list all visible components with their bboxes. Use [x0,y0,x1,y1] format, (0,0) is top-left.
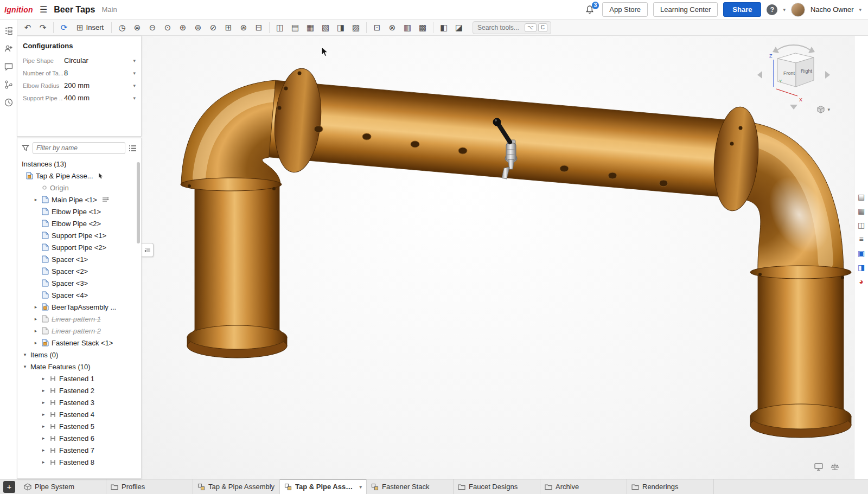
tree-item-support-pipe-1[interactable]: Support Pipe <1> [17,229,141,241]
tab-archive[interactable]: Archive [540,479,627,494]
tree-item-linear-pattern-2[interactable]: Linear pattern 2 [17,325,141,337]
configurations-icon[interactable]: ▨ [349,21,363,34]
mass-properties-icon[interactable]: ▩ [416,21,430,34]
mass-properties-scale-icon[interactable] [830,463,840,471]
tree-item-elbow-pipe-2[interactable]: Elbow Pipe <2> [17,217,141,229]
notifications-button[interactable]: 3 [585,5,595,15]
tree-item-spacer-4[interactable]: Spacer <4> [17,289,141,301]
tree-item-spacer-2[interactable]: Spacer <2> [17,265,141,277]
tree-item-spacer-3[interactable]: Spacer <3> [17,277,141,289]
learning-center-button[interactable]: Learning Center [653,2,718,17]
filter-by-name-input[interactable] [33,142,125,154]
list-options-icon[interactable] [129,145,137,152]
tree-item-fastened-6[interactable]: Fastened 6 [17,432,141,444]
3d-viewport[interactable]: Front Right Z Y X [142,36,854,479]
pipe-assembly-model[interactable] [181,67,851,438]
right-support-pipe[interactable] [750,266,851,438]
chevron-right-icon[interactable] [40,447,47,453]
update-sync-icon[interactable]: ⟳ [57,21,71,34]
tree-item-origin[interactable]: Origin [17,182,141,194]
comments-panel-icon[interactable] [4,62,14,72]
tree-item-root-assembly[interactable]: Tap & Pipe Asse... [17,170,141,182]
tree-item-fastened-2[interactable]: Fastened 2 [17,384,141,396]
tree-item-beertap-assembly[interactable]: BeerTapAssembly ... [17,301,141,313]
fastened-mate-icon[interactable]: ⊕ [176,21,190,34]
tree-item-fastened-1[interactable]: Fastened 1 [17,373,141,384]
mate-connector-icon[interactable]: ⊙ [161,21,175,34]
tree-item-fastener-stack[interactable]: Fastener Stack <1> [17,337,141,349]
chevron-right-icon[interactable] [33,316,39,322]
tree-item-linear-pattern-1[interactable]: Linear pattern 1 [17,313,141,325]
history-panel-icon[interactable] [4,98,14,107]
main-menu-icon[interactable]: ☰ [40,4,47,15]
named-views-icon[interactable]: ◷ [115,21,129,34]
structure-panel-icon[interactable] [4,26,14,36]
tab-tap-pipe-assembly-config[interactable]: Tap & Pipe Assembly C... [280,479,367,494]
mate-features-section-header[interactable]: Mate Features (10) [17,361,141,373]
chevron-down-icon[interactable] [22,352,28,357]
render-display-icon[interactable] [814,463,824,471]
tab-pipe-system[interactable]: Pipe System [20,479,106,494]
tree-item-fastened-3[interactable]: Fastened 3 [17,396,141,408]
linear-pattern-icon[interactable]: ⊞ [221,21,235,34]
named-positions-icon[interactable]: ▦ [303,21,317,34]
chevron-right-icon[interactable] [40,400,47,405]
tree-item-elbow-pipe-1[interactable]: Elbow Pipe <1> [17,206,141,217]
tab-menu-caret-icon[interactable] [359,484,362,490]
add-tab-button[interactable]: + [3,481,15,493]
chevron-right-icon[interactable] [40,388,47,393]
main-pipe[interactable] [269,80,739,197]
tab-faucet-designs[interactable]: Faucet Designs [454,479,540,494]
drawing-icon[interactable]: ◪ [452,21,466,34]
support-pipe-dropdown[interactable]: 400 mm [63,93,137,103]
search-tools-input[interactable] [476,23,523,32]
search-tools-box[interactable]: ⌥ C [473,21,551,34]
share-users-icon[interactable] [4,44,14,54]
bom-icon[interactable]: ◨ [334,21,348,34]
company-logo[interactable]: Ignition [4,5,33,14]
help-button[interactable]: ? [767,4,777,15]
workspace-name[interactable]: Main [101,5,117,14]
section-view-icon[interactable]: ⊡ [370,21,384,34]
tree-scrollbar[interactable] [137,162,140,243]
number-of-taps-dropdown[interactable]: 8 [63,68,137,78]
instances-section-header[interactable]: Instances (13) [17,158,141,170]
sheet-metal-icon[interactable]: ◧ [437,21,451,34]
chevron-right-icon[interactable] [40,376,47,381]
undo-button[interactable]: ↶ [21,21,35,34]
tree-item-support-pipe-2[interactable]: Support Pipe <2> [17,241,141,253]
tree-item-fastened-7[interactable]: Fastened 7 [17,444,141,456]
tab-renderings[interactable]: Renderings [627,479,714,494]
interference-icon[interactable]: ⊗ [385,21,399,34]
items-section-header[interactable]: Items (0) [17,349,141,361]
view-cube[interactable]: Front Right Z Y X [753,41,834,112]
view-options-menu[interactable] [816,105,830,114]
tab-fastener-stack[interactable]: Fastener Stack [367,479,454,494]
tab-profiles[interactable]: Profiles [106,479,193,494]
chevron-right-icon[interactable] [40,424,47,429]
appearance-icon[interactable]: ▧ [318,21,333,34]
user-menu[interactable]: Nacho Owner [810,5,853,14]
chevron-right-icon[interactable] [33,304,39,310]
insert-button[interactable]: ⊞ Insert [72,21,108,34]
document-title[interactable]: Beer Taps [54,5,95,15]
revolute-mate-icon[interactable]: ⊚ [191,21,205,34]
chevron-right-icon[interactable] [33,328,39,333]
tree-item-main-pipe[interactable]: Main Pipe <1> [17,194,141,206]
display-states-icon[interactable]: ▤ [288,21,302,34]
measure-tool-icon[interactable]: ▥ [400,21,414,34]
redo-button[interactable]: ↷ [36,21,50,34]
view-cube-right-label[interactable]: Right [801,68,813,74]
group-icon[interactable]: ⊖ [145,21,159,34]
filter-icon[interactable] [22,144,29,152]
tree-item-fastened-8[interactable]: Fastened 8 [17,456,141,468]
explode-icon[interactable]: ◫ [273,21,287,34]
chevron-right-icon[interactable] [33,197,39,202]
app-store-button[interactable]: App Store [602,2,648,17]
view-cube-front-label[interactable]: Front [783,70,795,76]
circular-pattern-icon[interactable]: ⊛ [237,21,251,34]
user-avatar[interactable] [791,3,805,17]
chevron-right-icon[interactable] [33,340,39,345]
versions-graph-icon[interactable] [4,80,14,89]
instance-list-collapse-handle[interactable] [142,243,154,257]
